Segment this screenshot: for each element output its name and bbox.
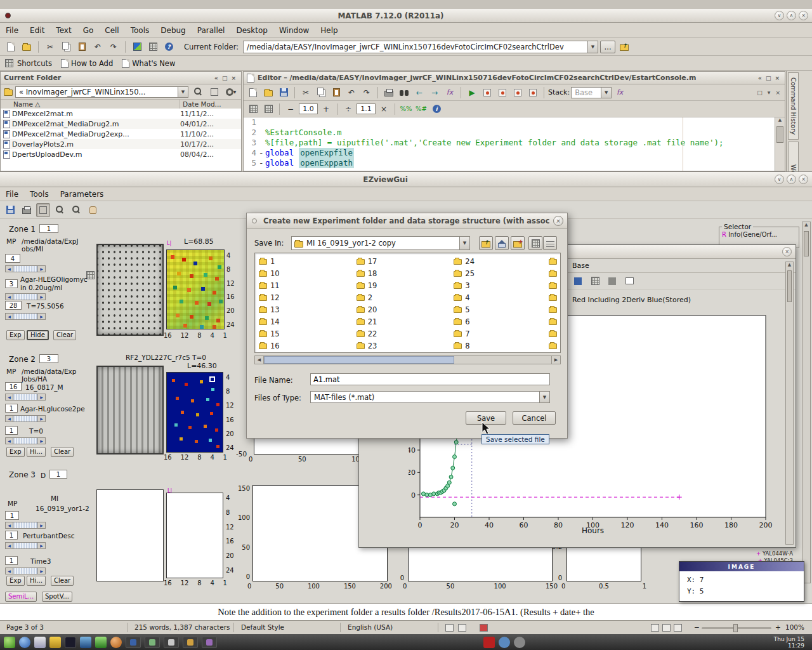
home-button[interactable] <box>495 236 509 250</box>
folder-item[interactable]: 15 <box>259 329 353 339</box>
fx-button[interactable]: fx <box>443 86 457 100</box>
single-page-view-icon[interactable] <box>651 624 659 632</box>
zone1-stepper1[interactable]: ◀▶ <box>5 265 46 272</box>
file-row[interactable]: DoverlayPlots2.m 10/17/2... <box>1 139 241 149</box>
stack-combo[interactable]: Base ▼ <box>571 87 612 98</box>
stepper-track[interactable] <box>13 293 37 300</box>
info-button[interactable]: i <box>429 102 443 116</box>
folder-item[interactable]: 6 <box>454 317 547 327</box>
stepper-track[interactable] <box>13 415 37 422</box>
matlab-titlebar[interactable]: MATLAB 7.12.0 (R2011a) ∨ ∧ × <box>0 9 812 23</box>
browse-folder-button[interactable]: ... <box>600 41 615 53</box>
new-folder-button[interactable] <box>511 236 525 250</box>
save-in-combo[interactable]: MI 16_0919_yor1-2 copy ▼ <box>291 236 470 250</box>
scroll-up-icon[interactable]: ▲ <box>788 262 791 267</box>
comment-button[interactable]: %% <box>399 102 413 116</box>
stepper-left-icon[interactable]: ◀ <box>5 437 13 444</box>
scroll-up-icon[interactable]: ▲ <box>804 222 808 227</box>
stepper-track[interactable] <box>13 313 37 320</box>
docked-tab[interactable]: Command History <box>788 72 799 140</box>
writer-document-strip[interactable]: Note the addition to the experiment fold… <box>0 603 812 620</box>
folder-item[interactable]: 21 <box>357 317 450 327</box>
zoom-in-control[interactable]: + <box>775 623 781 631</box>
zone1-clear-button[interactable]: Clear <box>53 330 76 340</box>
scrollbar-thumb[interactable] <box>264 356 454 364</box>
folder-item[interactable]: 25 <box>454 269 547 279</box>
ezview-titlebar[interactable]: EZviewGui ∨ ∧ × <box>0 172 812 187</box>
stepper-right-icon[interactable]: ▶ <box>37 394 46 401</box>
zone2-hide-button[interactable]: Hi... <box>27 447 46 457</box>
cancel-button[interactable]: Cancel <box>513 411 556 425</box>
undo-button[interactable]: ↶ <box>344 86 358 100</box>
copy-button[interactable] <box>314 86 328 100</box>
code-line[interactable]: 1 <box>244 117 775 128</box>
folder-item[interactable] <box>549 269 560 279</box>
menu-item[interactable]: Debug <box>155 24 191 37</box>
stepper-left-icon[interactable]: ◀ <box>5 522 13 529</box>
stepper-left-icon[interactable]: ◀ <box>5 313 13 320</box>
zone2-exp-button[interactable]: Exp <box>6 447 25 457</box>
chevron-down-icon[interactable]: ▼ <box>459 237 469 249</box>
close-icon[interactable]: × <box>553 216 563 226</box>
stepper-left-icon[interactable]: ◀ <box>5 542 13 549</box>
calc-app-icon[interactable] <box>95 637 107 648</box>
folder-item[interactable] <box>549 317 560 327</box>
stepper-right-icon[interactable]: ▶ <box>37 542 46 549</box>
new-button[interactable] <box>246 86 260 100</box>
undock-icon[interactable]: □ <box>764 75 773 81</box>
pan-button[interactable] <box>86 203 100 217</box>
stepper-right-icon[interactable]: ▶ <box>37 265 46 272</box>
selection-mode-icon[interactable] <box>458 624 466 632</box>
zoom-out-button[interactable] <box>69 203 83 217</box>
undo-button[interactable]: ↶ <box>91 40 105 54</box>
stepper-right-icon[interactable]: ▶ <box>37 313 46 320</box>
scrollbar-thumb[interactable] <box>787 270 792 302</box>
uncomment-button[interactable]: %# <box>414 102 428 116</box>
file-manager-icon[interactable] <box>49 637 61 648</box>
folder-item[interactable]: 8 <box>454 341 547 351</box>
folder-item[interactable]: 18 <box>357 269 450 279</box>
stepper-left-icon[interactable]: ◀ <box>5 415 13 422</box>
scroll-left-icon[interactable]: ◀ <box>255 356 264 364</box>
zone3-exp-button[interactable]: Exp <box>6 576 25 586</box>
close-icon[interactable]: × <box>782 247 792 256</box>
up-folder-button[interactable] <box>617 40 631 54</box>
undock-icon[interactable]: □ <box>220 75 230 81</box>
folder-item[interactable]: 24 <box>454 256 547 267</box>
menu-item[interactable]: Window <box>273 24 315 37</box>
zone3-stepper3[interactable]: ◀▶ <box>5 567 46 574</box>
column-name[interactable]: Name <box>13 100 33 108</box>
stepper-track[interactable] <box>13 567 37 574</box>
close-panel-icon[interactable]: × <box>229 75 238 81</box>
minimize-icon[interactable]: ∨ <box>775 175 784 184</box>
folder-list-scrollbar[interactable]: ◀ ▶ <box>254 355 561 364</box>
code-line[interactable]: 2 %EstartConsole.m <box>244 128 775 138</box>
panel-view-button[interactable] <box>622 274 636 288</box>
app-menu-icon[interactable] <box>4 637 15 648</box>
zone3-field2[interactable]: 1 <box>5 531 18 540</box>
step-button[interactable] <box>511 86 525 100</box>
redo-button[interactable]: ↷ <box>360 86 374 100</box>
search-button[interactable] <box>191 85 205 99</box>
zone1-index-field[interactable]: 1 <box>39 224 58 233</box>
folder-item[interactable]: 7 <box>454 329 547 339</box>
folder-item[interactable]: 2 <box>357 293 450 303</box>
writer-app-icon[interactable] <box>80 637 91 648</box>
stepper-left-icon[interactable]: ◀ <box>5 265 13 272</box>
maximize-icon[interactable]: ∧ <box>787 175 796 184</box>
tile-windows-icon[interactable]: □ <box>755 90 764 96</box>
stepper-track[interactable] <box>13 522 37 529</box>
stepper-track[interactable] <box>13 437 37 444</box>
semilog-button[interactable]: SemiL... <box>5 592 37 602</box>
zone3-field1[interactable]: 1 <box>5 511 19 520</box>
menu-item[interactable]: Tools <box>125 24 155 37</box>
dialog-titlebar[interactable]: Create new Experiment folder and data st… <box>247 213 567 229</box>
zone1-heatmap[interactable] <box>166 249 225 329</box>
zoom-in-button[interactable] <box>53 203 67 217</box>
image-window-titlebar[interactable]: IMAGE <box>679 562 804 571</box>
ezview-scrollbar[interactable]: ▲ <box>802 222 811 583</box>
zone2-heatmap[interactable] <box>166 372 223 453</box>
window-button[interactable] <box>145 637 160 648</box>
volume-tray-icon[interactable] <box>514 637 525 648</box>
folder-item[interactable]: 16 <box>259 341 353 351</box>
